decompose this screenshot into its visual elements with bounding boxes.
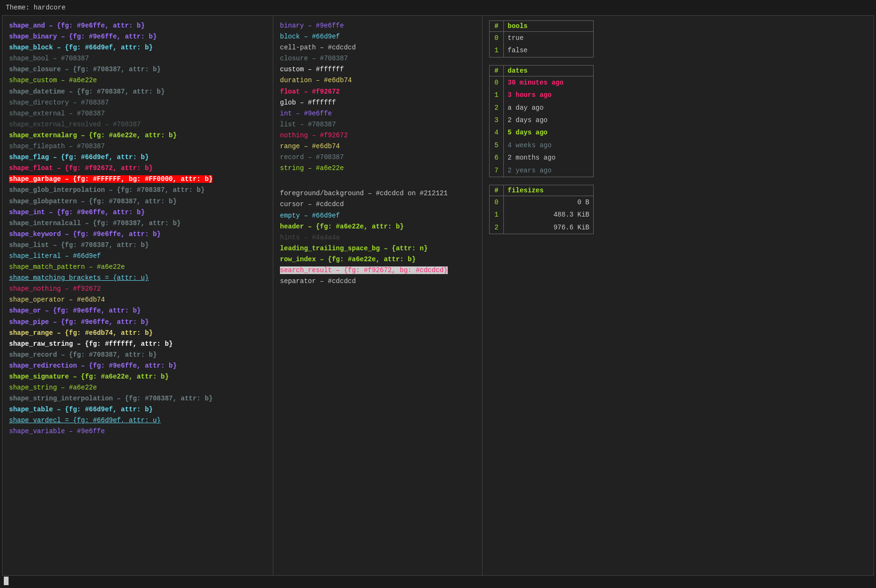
line-shape-keyword: shape_keyword – {fg: #9e6ffe, attr: b} [9, 229, 266, 240]
line-shape-float: shape_float – {fg: #f92672, attr: b} [9, 163, 266, 174]
dates-idx-6: 6 [490, 152, 504, 164]
line-leading-trailing: leading_trailing_space_bg – {attr: n} [280, 243, 475, 254]
filesizes-row-0: 0 0 B [490, 196, 593, 209]
line-shape-garbage: shape_garbage – {fg: #FFFFFF, bg: #FF000… [9, 174, 266, 185]
line-shape-variable: shape_variable – #9e6ffe [9, 426, 266, 437]
line-nothing: nothing – #f92672 [280, 130, 475, 141]
line-string: string – #a6e22e [280, 163, 475, 174]
dates-val-4: 5 days ago [504, 126, 593, 139]
filesizes-idx-2: 2 [490, 221, 504, 234]
dates-idx-3: 3 [490, 114, 504, 126]
dates-table: # dates 0 30 minutes ago 1 3 hours ago 2… [489, 65, 594, 177]
dates-idx-7: 7 [490, 164, 504, 177]
line-cursor: cursor – #cdcdcd [280, 199, 475, 210]
line-row-index: row_index – {fg: #a6e22e, attr: b} [280, 254, 475, 265]
line-float: float – #f92672 [280, 86, 475, 97]
bools-hash-header: # [490, 21, 504, 32]
dates-val-6: 2 months ago [504, 152, 593, 164]
line-header: header – {fg: #a6e22e, attr: b} [280, 221, 475, 232]
line-binary: binary – #9e6ffe [280, 20, 475, 31]
line-hints: hints – #4a4a4a [280, 232, 475, 243]
dates-row-1: 1 3 hours ago [490, 89, 593, 101]
line-int: int – #9e6ffe [280, 108, 475, 119]
dates-row-0: 0 30 minutes ago [490, 76, 593, 89]
line-foreground-background: foreground/background – #cdcdcd on #2121… [280, 188, 475, 199]
dates-idx-5: 5 [490, 139, 504, 152]
line-shape-flag: shape_flag – {fg: #66d9ef, attr: b} [9, 152, 266, 163]
bools-idx-0: 0 [490, 32, 504, 44]
line-shape-externalarg: shape_externalarg – {fg: #a6e22e, attr: … [9, 130, 266, 141]
dates-row-2: 2 a day ago [490, 102, 593, 114]
filesizes-val-0: 0 B [504, 196, 593, 209]
cursor-block [4, 577, 9, 585]
line-shape-signature: shape_signature – {fg: #a6e22e, attr: b} [9, 371, 266, 382]
dates-row-7: 7 2 years ago [490, 164, 593, 177]
dates-idx-1: 1 [490, 89, 504, 101]
line-shape-redirection: shape_redirection – {fg: #9e6ffe, attr: … [9, 360, 266, 371]
filesizes-row-2: 2 976.6 KiB [490, 221, 593, 234]
line-shape-closure: shape_closure – {fg: #708387, attr: b} [9, 64, 266, 75]
filesizes-table: # filesizes 0 0 B 1 488.3 KiB 2 976.6 Ki… [489, 185, 594, 234]
line-shape-custom: shape_custom – #a6e22e [9, 75, 266, 86]
line-shape-glob-interpolation: shape_glob_interpolation – {fg: #708387,… [9, 185, 266, 196]
line-glob: glob – #ffffff [280, 97, 475, 108]
dates-row-5: 5 4 weeks ago [490, 139, 593, 152]
line-shape-operator: shape_operator – #e6db74 [9, 294, 266, 305]
filesizes-row-1: 1 488.3 KiB [490, 209, 593, 221]
filesizes-hash-header: # [490, 185, 504, 196]
dates-idx-4: 4 [490, 126, 504, 139]
line-shape-block: shape_block – {fg: #66d9ef, attr: b} [9, 42, 266, 53]
line-shape-internalcall: shape_internalcall – {fg: #708387, attr:… [9, 218, 266, 229]
dates-idx-2: 2 [490, 102, 504, 114]
left-column: shape_and – {fg: #9e6ffe, attr: b} shape… [2, 16, 273, 575]
line-shape-binary: shape_binary – {fg: #9e6ffe, attr: b} [9, 31, 266, 42]
bools-val-true: true [504, 32, 593, 44]
theme-header: Theme: hardcore [2, 2, 874, 15]
line-list: list – #708387 [280, 119, 475, 130]
filesizes-val-1: 488.3 KiB [504, 209, 593, 221]
line-shape-list: shape_list – {fg: #708387, attr: b} [9, 240, 266, 251]
mid-column: binary – #9e6ffe block – #66d9ef cell-pa… [273, 16, 482, 575]
line-shape-raw-string: shape_raw_string – {fg: #ffffff, attr: b… [9, 339, 266, 350]
line-shape-record: shape_record – {fg: #708387, attr: b} [9, 350, 266, 360]
dates-val-1: 3 hours ago [504, 89, 593, 101]
line-block: block – #66d9ef [280, 31, 475, 42]
line-shape-or: shape_or – {fg: #9e6ffe, attr: b} [9, 305, 266, 316]
line-shape-int: shape_int – {fg: #9e6ffe, attr: b} [9, 207, 266, 218]
bools-row-0: 0 true [490, 32, 593, 44]
dates-val-7: 2 years ago [504, 164, 593, 177]
dates-row-4: 4 5 days ago [490, 126, 593, 139]
line-shape-datetime: shape_datetime – {fg: #708387, attr: b} [9, 86, 266, 97]
line-shape-pipe: shape_pipe – {fg: #9e6ffe, attr: b} [9, 317, 266, 328]
line-shape-nothing: shape_nothing – #f92672 [9, 284, 266, 294]
line-shape-table: shape_table – {fg: #66d9ef, attr: b} [9, 404, 266, 415]
filesizes-val-2: 976.6 KiB [504, 221, 593, 234]
line-shape-string: shape_string – #a6e22e [9, 382, 266, 393]
bools-title: bools [504, 21, 593, 32]
line-separator: separator – #cdcdcd [280, 276, 475, 287]
line-duration: duration – #e6db74 [280, 75, 475, 86]
line-range: range – #e6db74 [280, 141, 475, 152]
dates-row-3: 3 2 days ago [490, 114, 593, 126]
right-column: # bools 0 true 1 false # dates [482, 16, 874, 575]
dates-val-5: 4 weeks ago [504, 139, 593, 152]
line-cell-path: cell-path – #cdcdcd [280, 42, 475, 53]
bools-table: # bools 0 true 1 false [489, 20, 594, 57]
filesizes-idx-0: 0 [490, 196, 504, 209]
line-shape-external-resolved: shape_external_resolved – #708387 [9, 119, 266, 130]
dates-title: dates [504, 66, 593, 76]
line-custom: custom – #ffffff [280, 64, 475, 75]
line-search-result: search_result – {fg: #f92672, bg: #cdcdc… [280, 265, 475, 276]
line-shape-matching-brackets: shape_matching_brackets = {attr: u} [9, 273, 266, 284]
dates-val-0: 30 minutes ago [504, 76, 593, 89]
line-shape-globpattern: shape_globpattern – {fg: #708387, attr: … [9, 196, 266, 207]
bools-val-false: false [504, 44, 593, 57]
filesizes-title: filesizes [504, 185, 593, 196]
dates-row-6: 6 2 months ago [490, 152, 593, 164]
line-shape-vardecl: shape_vardecl = {fg: #66d9ef, attr: u} [9, 415, 266, 426]
line-shape-literal: shape_literal – #66d9ef [9, 251, 266, 262]
dates-val-3: 2 days ago [504, 114, 593, 126]
main-container: shape_and – {fg: #9e6ffe, attr: b} shape… [2, 15, 874, 576]
line-record: record – #708387 [280, 152, 475, 163]
line-shape-external: shape_external – #708387 [9, 108, 266, 119]
